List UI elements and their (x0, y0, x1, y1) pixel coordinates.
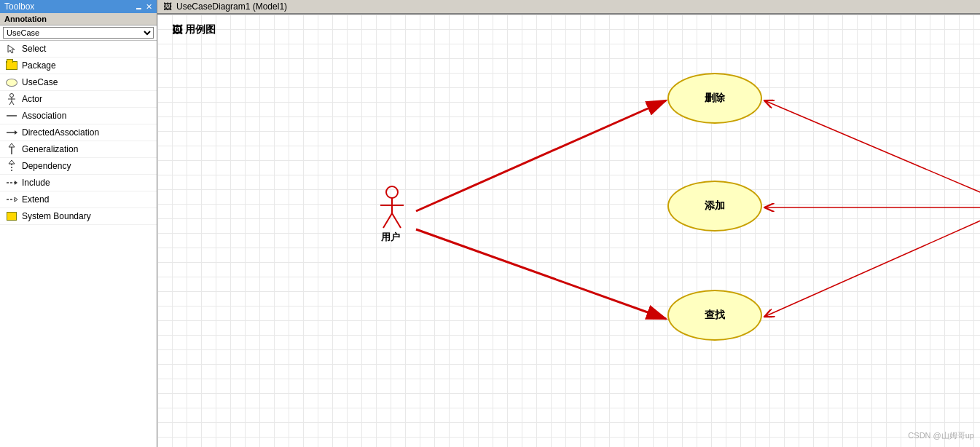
svg-marker-8 (15, 130, 17, 135)
svg-marker-0 (8, 45, 15, 53)
directed-label: DirectedAssociation (22, 127, 99, 138)
pin-icon[interactable]: 🗕 (135, 2, 143, 12)
systemboundary-icon (6, 210, 17, 222)
actor-user[interactable]: 用户 (377, 186, 404, 244)
package-icon (6, 60, 17, 71)
annotation-label: Annotation (0, 13, 157, 25)
toolbox-panel: Toolbox 🗕 ✕ Annotation UseCase S (0, 0, 157, 447)
actor-user-figure (377, 186, 404, 229)
toolbox-title: Toolbox (4, 1, 34, 12)
diagram-title-icon: 🖼 (172, 24, 182, 36)
usecase-add-label: 添加 (705, 199, 725, 213)
arrow-admin-delete (764, 100, 980, 198)
toolbox-item-directed[interactable]: DirectedAssociation (0, 124, 157, 141)
svg-point-1 (10, 94, 14, 98)
close-icon[interactable]: ✕ (146, 2, 152, 12)
generalization-icon (6, 143, 17, 155)
main-container: Toolbox 🗕 ✕ Annotation UseCase S (0, 0, 980, 447)
toolbox-item-package[interactable]: Package (0, 58, 157, 74)
arrow-user-search (416, 229, 666, 319)
include-icon (6, 177, 17, 189)
association-icon (6, 110, 17, 122)
toolbox-item-usecase[interactable]: UseCase (0, 74, 157, 91)
diagram-area: 🖼 UseCaseDiagram1 (Model1) 🖼 用例图 (157, 0, 980, 447)
content-area: Toolbox 🗕 ✕ Annotation UseCase S (0, 0, 980, 447)
include-label: Include (22, 178, 50, 188)
select-label: Select (22, 44, 46, 54)
usecase-add[interactable]: 添加 (667, 181, 762, 232)
svg-marker-10 (9, 143, 15, 147)
svg-marker-16 (15, 197, 17, 202)
svg-line-5 (12, 101, 14, 105)
diagram-title-text: 用例图 (185, 23, 216, 36)
toolbox-item-association[interactable]: Association (0, 108, 157, 124)
usecase-search[interactable]: 查找 (667, 290, 762, 341)
diagram-tab-icon: 🖼 (163, 1, 172, 12)
association-label: Association (22, 111, 66, 121)
usecase-icon (6, 76, 17, 88)
generalization-label: Generalization (22, 144, 78, 154)
dependency-label: Dependency (22, 161, 71, 171)
directed-icon (6, 127, 17, 138)
toolbox-item-systemboundary[interactable]: System Boundary (0, 208, 157, 225)
dependency-icon (6, 160, 17, 172)
toolbox-item-include[interactable]: Include (0, 175, 157, 191)
usecase-delete-label: 删除 (705, 92, 725, 105)
usecase-delete[interactable]: 删除 (667, 73, 762, 124)
toolbox-header-icons: 🗕 ✕ (135, 2, 152, 12)
usecase-label: UseCase (22, 77, 58, 87)
diagram-tab[interactable]: 🖼 UseCaseDiagram1 (Model1) (157, 0, 980, 15)
svg-line-4 (9, 101, 12, 105)
usecase-select[interactable]: UseCase (3, 27, 154, 39)
usecase-search-label: 查找 (705, 309, 725, 322)
package-label: Package (22, 60, 56, 71)
svg-line-21 (383, 213, 392, 228)
extend-label: Extend (22, 194, 49, 205)
systemboundary-label: System Boundary (22, 211, 91, 221)
toolbox-item-extend[interactable]: Extend (0, 191, 157, 208)
actor-icon (6, 93, 17, 105)
actor-label: Actor (22, 94, 42, 104)
arrows-layer (157, 15, 980, 447)
svg-line-22 (392, 213, 401, 228)
diagram-title: 🖼 用例图 (172, 23, 216, 36)
toolbox-header: Toolbox 🗕 ✕ (0, 0, 157, 13)
arrow-admin-search (764, 215, 980, 317)
toolbox-item-dependency[interactable]: Dependency (0, 158, 157, 175)
diagram-tab-title: UseCaseDiagram1 (Model1) (176, 1, 287, 12)
extend-icon (6, 194, 17, 205)
toolbox-item-actor[interactable]: Actor (0, 91, 157, 108)
arrow-user-delete (416, 100, 666, 211)
svg-point-18 (386, 186, 398, 198)
usecase-dropdown[interactable]: UseCase (0, 25, 157, 41)
toolbox-item-generalization[interactable]: Generalization (0, 141, 157, 158)
toolbox-item-select[interactable]: Select (0, 41, 157, 58)
diagram-canvas[interactable]: 🖼 用例图 (157, 15, 980, 447)
watermark: CSDN @山姆哥up (908, 430, 974, 441)
toolbox-items-list: Select Package UseCase (0, 41, 157, 447)
select-icon (6, 43, 17, 55)
svg-marker-14 (15, 181, 17, 185)
svg-marker-12 (9, 160, 15, 164)
